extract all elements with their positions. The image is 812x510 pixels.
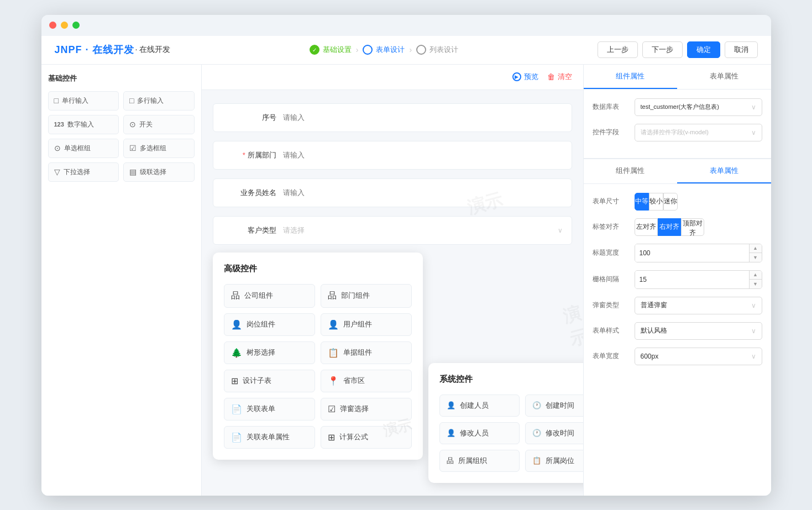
close-dot[interactable] (49, 22, 56, 29)
step-form: 表单设计 (363, 45, 405, 55)
tab-form-attr-top[interactable]: 表单属性 (677, 65, 771, 89)
field-serial: 序号 (213, 103, 572, 132)
sys-post[interactable]: 📋 所属岗位 (525, 450, 583, 472)
ctrl-cascade[interactable]: ▤ 级联选择 (123, 162, 195, 182)
adv-related-form[interactable]: 📄 关联表单 (224, 398, 315, 420)
size-buttons: 中等 较小 迷你 (635, 193, 678, 211)
radio-icon: ⊙ (54, 144, 61, 153)
label-align-label: 标签对齐 (593, 222, 630, 232)
dialog-type-row: 弹窗类型 普通弹窗 ∨ (593, 297, 762, 314)
form-width-value: 600px (641, 353, 659, 360)
serial-input[interactable] (283, 113, 563, 122)
header: JNPF · 在线开发 · 在线开发 ✓ 基础设置 › 表单设计 › 列表设计 (41, 36, 771, 65)
tab-form-attr2[interactable]: 表单属性 (677, 159, 771, 183)
ctrl-field-placeholder: 请选择控件字段(v-model) (641, 128, 709, 136)
sales-input[interactable] (283, 188, 563, 197)
title-width-input-wrap: ▲ ▼ (635, 244, 762, 262)
sidebar: 基础控件 □ 单行输入 □ 多行输入 123 数字输入 ⊙ 开关 (41, 65, 202, 496)
cascade-icon: ▤ (129, 167, 137, 176)
ctrl-multi-line[interactable]: □ 多行输入 (123, 91, 195, 111)
form-style-select[interactable]: 默认风格 ∨ (635, 322, 762, 340)
maximize-dot[interactable] (72, 22, 80, 29)
subtitle: · 在线开发 (135, 45, 171, 55)
ctrl-number-label: 数字输入 (67, 120, 94, 129)
grid-gap-row: 栅格间隔 ▲ ▼ (593, 270, 762, 289)
tab-comp-attr2[interactable]: 组件属性 (584, 159, 678, 183)
preview-button[interactable]: ▶ 预览 (512, 72, 538, 82)
adv-dept-label: 部门组件 (341, 291, 370, 301)
confirm-button[interactable]: 确定 (687, 41, 720, 58)
adv-related-form-label: 关联表单 (247, 404, 275, 414)
sys-modifier[interactable]: 👤 修改人员 (439, 422, 520, 444)
grid-gap-input[interactable] (635, 271, 749, 288)
formula-icon: ⊞ (328, 432, 335, 443)
titlebar (41, 15, 771, 36)
title-width-down[interactable]: ▼ (750, 253, 762, 262)
ctrl-number[interactable]: 123 数字输入 (48, 115, 119, 134)
checkbox-icon: ☑ (129, 144, 137, 153)
ctrl-radio[interactable]: ⊙ 单选框组 (48, 139, 119, 158)
adv-subtable[interactable]: ⊞ 设计子表 (224, 370, 315, 392)
customer-type-select[interactable]: 请选择 ∨ (283, 225, 563, 235)
adv-user[interactable]: 👤 用户组件 (321, 313, 412, 336)
adv-bill-label: 单据组件 (343, 348, 372, 357)
cancel-button[interactable]: 取消 (725, 41, 758, 58)
align-buttons: 左对齐 右对齐 顶部对齐 (635, 218, 704, 236)
title-width-up[interactable]: ▲ (750, 244, 762, 253)
arrow1: › (356, 45, 359, 54)
minimize-dot[interactable] (61, 22, 68, 29)
grid-gap-down[interactable]: ▼ (750, 280, 762, 288)
dialog-type-select[interactable]: 普通弹窗 ∨ (635, 297, 762, 314)
size-mini[interactable]: 迷你 (663, 193, 678, 211)
grid-gap-label: 栅格间隔 (593, 275, 630, 284)
next-button[interactable]: 下一步 (642, 41, 683, 58)
sys-org[interactable]: 品 所属组织 (439, 450, 520, 472)
form-width-select[interactable]: 600px ∨ (635, 348, 762, 365)
ctrl-radio-label: 单选框组 (64, 144, 91, 153)
customer-type-label: 客户类型 (222, 225, 283, 235)
adv-popup-select-label: 弹窗选择 (340, 404, 369, 414)
size-small[interactable]: 较小 (649, 193, 663, 211)
clear-button[interactable]: 🗑 清空 (547, 72, 572, 82)
tab-comp-attr[interactable]: 组件属性 (584, 65, 678, 89)
adv-formula[interactable]: ⊞ 计算公式 (321, 426, 412, 449)
dept-input[interactable] (283, 151, 563, 159)
sys-creator[interactable]: 👤 创建人员 (439, 395, 520, 417)
advanced-grid: 品 公司组件 品 部门组件 👤 岗位组件 👤 用户组件 (224, 284, 412, 449)
ctrl-checkbox[interactable]: ☑ 多选框组 (123, 139, 195, 158)
adv-related-attr-label: 关联表单属性 (247, 432, 290, 442)
sys-post-label: 所属岗位 (546, 456, 574, 466)
adv-company[interactable]: 品 公司组件 (224, 284, 315, 308)
ctrl-single-line-label: 单行输入 (62, 96, 88, 106)
position-icon: 👤 (231, 319, 242, 330)
adv-tree[interactable]: 🌲 树形选择 (224, 341, 315, 364)
adv-bill[interactable]: 📋 单据组件 (321, 341, 412, 364)
step1-label: 基础设置 (323, 45, 352, 55)
dept-label: 所属部门 (222, 150, 283, 160)
title-width-input[interactable] (635, 244, 749, 262)
ctrl-select[interactable]: ▽ 下拉选择 (48, 162, 119, 182)
ctrl-field-row: 控件字段 请选择控件字段(v-model) ∨ (593, 124, 762, 141)
sys-create-time[interactable]: 🕐 创建时间 (525, 395, 583, 417)
adv-region[interactable]: 📍 省市区 (321, 370, 412, 392)
align-left[interactable]: 左对齐 (635, 218, 658, 236)
sys-create-time-label: 创建时间 (546, 401, 574, 411)
adv-position[interactable]: 👤 岗位组件 (224, 313, 315, 336)
dialog-type-label: 弹窗类型 (593, 301, 630, 310)
title-width-arrows: ▲ ▼ (749, 244, 762, 262)
field-dept: 所属部门 (213, 141, 572, 170)
basic-controls-grid: □ 单行输入 □ 多行输入 123 数字输入 ⊙ 开关 ⊙ 单选框组 (48, 91, 195, 182)
prev-button[interactable]: 上一步 (598, 41, 638, 58)
sys-modify-time[interactable]: 🕐 修改时间 (525, 422, 583, 444)
grid-gap-up[interactable]: ▲ (750, 271, 762, 280)
align-right[interactable]: 右对齐 (658, 218, 681, 236)
ctrl-switch[interactable]: ⊙ 开关 (123, 115, 195, 134)
db-table-select[interactable]: test_customer(大客户信息表) ∨ (635, 98, 762, 116)
adv-popup-select[interactable]: ☑ 弹窗选择 (321, 398, 412, 420)
adv-dept[interactable]: 品 部门组件 (321, 284, 412, 308)
adv-related-attr[interactable]: 📄 关联表单属性 (224, 426, 315, 449)
size-medium[interactable]: 中等 (635, 193, 649, 211)
align-top[interactable]: 顶部对齐 (681, 218, 704, 236)
ctrl-field-select[interactable]: 请选择控件字段(v-model) ∨ (635, 124, 762, 141)
ctrl-single-line[interactable]: □ 单行输入 (48, 91, 119, 111)
